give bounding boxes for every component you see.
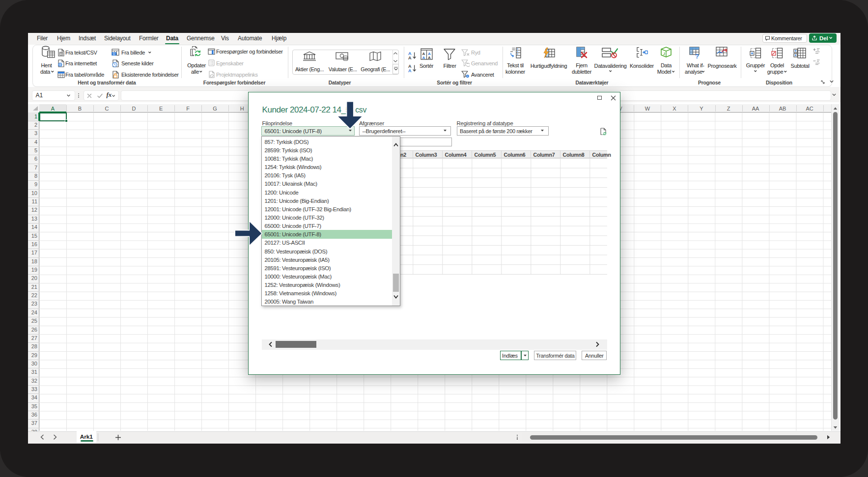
- svg-text:A: A: [422, 55, 425, 59]
- svg-text:A: A: [428, 55, 431, 59]
- svg-text:A: A: [408, 68, 412, 73]
- svg-text:?: ?: [695, 53, 699, 59]
- svg-text:A: A: [408, 56, 412, 60]
- svg-text:J: J: [663, 52, 665, 56]
